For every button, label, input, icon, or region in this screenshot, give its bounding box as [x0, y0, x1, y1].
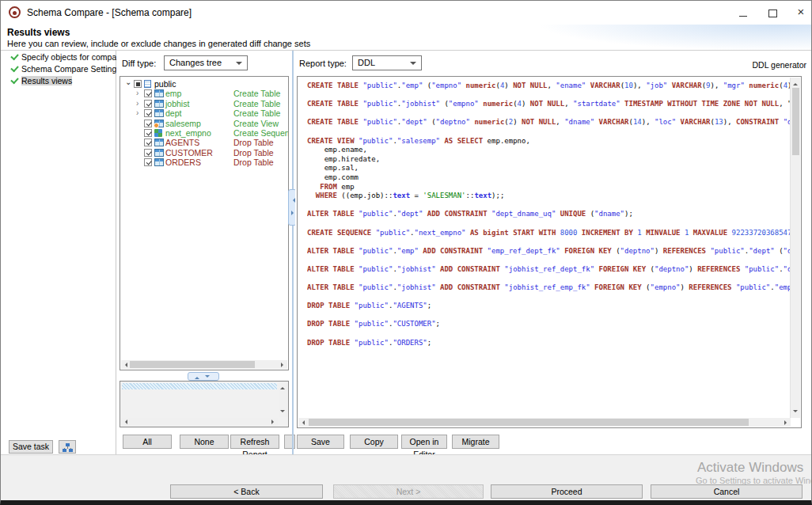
change-action-label: Drop Table — [233, 148, 274, 158]
all-button[interactable]: All — [123, 435, 172, 449]
checkbox[interactable] — [144, 120, 152, 127]
scroll-right-icon[interactable] — [784, 420, 789, 425]
sql-line — [307, 274, 790, 283]
view-icon — [154, 120, 164, 127]
sql-vertical-scrollbar[interactable] — [790, 78, 800, 418]
tree-row[interactable]: ›deptCreate Table — [120, 108, 288, 118]
detail-horizontal-scrollbar[interactable] — [121, 418, 278, 426]
tree-node-label: salesemp — [165, 119, 201, 128]
sql-line — [307, 109, 790, 119]
proceed-button[interactable]: Proceed — [491, 484, 643, 499]
scroll-down-icon[interactable] — [793, 410, 798, 415]
report-panel: Report type: DDL DDL generator CREATE TA… — [295, 51, 811, 454]
expander-icon[interactable]: › — [136, 99, 144, 108]
scroll-left-icon[interactable] — [123, 363, 127, 367]
tree-node-label: jobhist — [165, 99, 189, 108]
checkbox[interactable] — [144, 109, 152, 117]
checkbox[interactable] — [144, 89, 152, 97]
tristate-checkbox[interactable] — [134, 80, 142, 88]
tree-row[interactable]: next_empnoCreate Sequence — [120, 128, 288, 138]
diff-type-select[interactable]: Changes tree — [164, 55, 248, 70]
schema-compare-window: Schema Compare - [Schema compare] × Resu… — [0, 0, 812, 505]
table-icon — [154, 149, 164, 157]
tree-rows: ⌄public›empCreate Table›jobhistCreate Ta… — [120, 79, 288, 168]
tree-horizontal-scrollbar[interactable] — [121, 360, 287, 369]
expander-icon[interactable]: › — [136, 108, 144, 118]
header-gradient — [400, 25, 811, 50]
sql-line: CREATE TABLE "public"."jobhist" ("empno"… — [307, 100, 790, 109]
save-task-button[interactable]: Save task — [9, 440, 53, 454]
expander-icon[interactable]: › — [136, 89, 144, 98]
sidebar-item-settings[interactable]: Schema Compare Settings — [1, 64, 116, 74]
step-label: Results views — [21, 76, 72, 85]
maximize-button[interactable] — [761, 1, 784, 23]
sql-line — [307, 293, 790, 302]
sql-code[interactable]: CREATE TABLE "public"."emp" ("empno" num… — [307, 82, 790, 417]
cancel-button[interactable]: Cancel — [651, 484, 803, 499]
check-icon — [146, 101, 151, 106]
horizontal-splitter[interactable] — [116, 371, 292, 380]
scroll-down-icon[interactable] — [280, 410, 285, 415]
scroll-right-icon[interactable] — [271, 420, 276, 424]
detail-vertical-scrollbar[interactable] — [279, 382, 287, 417]
sql-line: emp.ename, — [307, 146, 790, 155]
table-icon — [154, 139, 164, 146]
tree-row[interactable]: AGENTSDrop Table — [120, 138, 288, 147]
collapse-up-icon[interactable] — [195, 374, 199, 379]
next-button[interactable]: Next > — [333, 484, 484, 499]
expander-icon[interactable]: ⌄ — [125, 78, 133, 87]
sql-horizontal-scrollbar[interactable] — [298, 418, 791, 427]
sql-line — [307, 329, 790, 339]
scroll-thumb[interactable] — [792, 88, 799, 155]
page-title: Results views — [7, 27, 70, 38]
tree-row-root[interactable]: ⌄public — [120, 79, 288, 89]
close-button[interactable]: × — [789, 1, 812, 23]
tree-row[interactable]: ›jobhistCreate Table — [120, 99, 288, 108]
none-button[interactable]: None — [180, 435, 229, 449]
collapse-down-icon[interactable] — [205, 375, 210, 380]
refresh-report-button[interactable]: Refresh Report — [230, 435, 279, 449]
sql-line: ALTER TABLE "public"."jobhist" ADD CONST… — [307, 283, 790, 293]
tree-row[interactable]: CUSTOMERDrop Table — [120, 148, 288, 158]
sql-line — [307, 256, 790, 265]
checkbox[interactable] — [144, 158, 152, 166]
checkbox[interactable] — [144, 100, 152, 108]
migrate-button[interactable]: Migrate — [452, 435, 499, 449]
step-label: Schema Compare Settings — [21, 64, 120, 74]
scroll-up-icon[interactable] — [280, 385, 285, 389]
change-action-label: Create Table — [233, 99, 280, 108]
sidebar-item-specify-objects[interactable]: Specify objects for comparison — [1, 52, 116, 63]
sidebar-item-results-views[interactable]: Results views — [1, 76, 116, 86]
sql-line: emp.sal, — [307, 164, 790, 173]
tree-row[interactable]: salesempCreate View — [120, 119, 288, 128]
diff-type-value: Changes tree — [169, 58, 222, 67]
tree-row[interactable]: ›empCreate Table — [120, 89, 288, 98]
back-button[interactable]: < Back — [170, 484, 323, 499]
minimize-button[interactable] — [731, 1, 755, 23]
scroll-up-icon[interactable] — [793, 81, 798, 85]
report-type-select[interactable]: DDL — [352, 55, 422, 70]
tree-node-label: ORDERS — [165, 158, 201, 167]
close-icon: × — [798, 5, 805, 18]
scroll-right-icon[interactable] — [281, 363, 286, 367]
scroll-thumb[interactable] — [309, 419, 749, 426]
checkbox[interactable] — [144, 129, 152, 137]
scroll-left-icon[interactable] — [123, 420, 127, 424]
scheduler-button[interactable] — [59, 440, 76, 454]
check-icon — [10, 64, 18, 73]
change-action-label: Create Sequence — [233, 128, 289, 138]
open-in-editor-button[interactable]: Open in Editor — [401, 435, 447, 449]
report-type-label: Report type: — [299, 59, 347, 68]
scroll-thumb[interactable] — [130, 361, 255, 368]
splitter-handle[interactable] — [188, 372, 219, 381]
copy-button[interactable]: Copy — [350, 435, 398, 449]
checkbox[interactable] — [144, 139, 152, 146]
sql-line: CREATE VIEW "public"."salesemp" AS SELEC… — [307, 137, 790, 146]
tree-row[interactable]: ORDERSDrop Table — [120, 158, 288, 167]
ddl-report-box: CREATE TABLE "public"."emp" ("empno" num… — [297, 76, 802, 428]
scroll-left-icon[interactable] — [300, 420, 305, 425]
change-action-label: Create Table — [233, 89, 280, 98]
checkbox[interactable] — [144, 149, 152, 157]
app-logo-icon — [9, 6, 21, 18]
save-button[interactable]: Save — [297, 435, 344, 449]
